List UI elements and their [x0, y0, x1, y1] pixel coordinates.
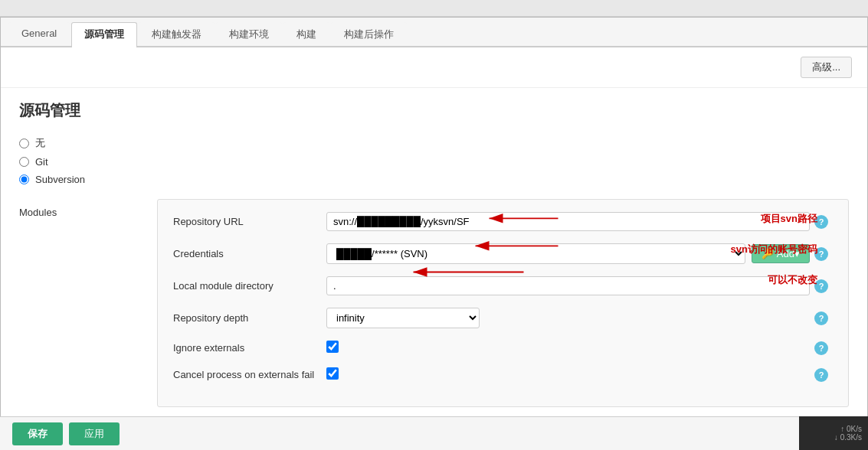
- ignore-externals-help-icon[interactable]: ?: [814, 341, 828, 355]
- credentials-help: ?: [810, 247, 833, 261]
- local-dir-label: Local module directory: [173, 280, 326, 292]
- save-button[interactable]: 保存: [12, 422, 63, 445]
- radio-none-input[interactable]: [19, 139, 29, 148]
- repo-depth-select[interactable]: infinity empty files immediates: [326, 308, 480, 328]
- key-icon: 🔑: [762, 248, 774, 259]
- add-credentials-button[interactable]: 🔑 Add▾: [752, 244, 810, 263]
- repo-depth-help: ?: [810, 311, 833, 325]
- repo-url-input[interactable]: svn://█████████/yyksvn/SF: [326, 212, 810, 231]
- radio-svn-input[interactable]: [19, 174, 29, 184]
- radio-svn-label: Subversion: [35, 174, 85, 185]
- main-content: 高级... 源码管理 无 Git Subversion: [1, 47, 867, 450]
- status-bar: ↑ 0K/s ↓ 0.3K/s: [799, 416, 868, 450]
- radio-git-input[interactable]: [19, 157, 29, 167]
- local-dir-input[interactable]: [326, 276, 810, 295]
- radio-none[interactable]: 无: [19, 136, 849, 150]
- credentials-control: █████/****** (SVN) 🔑 Add▾: [326, 243, 810, 264]
- download-status: ↓ 0.3K/s: [834, 433, 862, 442]
- repo-url-control: svn://█████████/yyksvn/SF: [326, 212, 810, 231]
- ignore-externals-checkbox[interactable]: [326, 341, 339, 353]
- bottom-bar: 保存 应用 ↑ 0K/s ↓ 0.3K/s: [0, 416, 868, 450]
- apply-button[interactable]: 应用: [69, 422, 120, 445]
- cancel-externals-control: [326, 367, 810, 382]
- credentials-help-icon[interactable]: ?: [814, 247, 828, 261]
- form-panel: Repository URL svn://█████████/yyksvn/SF…: [157, 199, 849, 407]
- cancel-externals-help: ?: [810, 368, 833, 382]
- advanced-button[interactable]: 高级...: [801, 57, 852, 78]
- radio-svn[interactable]: Subversion: [19, 174, 849, 185]
- left-panel: Modules: [19, 199, 142, 407]
- tab-general[interactable]: General: [8, 22, 70, 46]
- repo-depth-row: Repository depth infinity empty files im…: [173, 308, 833, 328]
- section-title: 源码管理: [1, 88, 867, 129]
- repo-url-row: Repository URL svn://█████████/yyksvn/SF…: [173, 212, 833, 231]
- repo-depth-label: Repository depth: [173, 312, 326, 324]
- upload-status: ↑ 0K/s: [840, 425, 862, 433]
- advanced-row: 高级...: [1, 47, 867, 88]
- local-dir-help: ?: [810, 279, 833, 293]
- credentials-select[interactable]: █████/****** (SVN): [326, 243, 745, 264]
- tab-trigger[interactable]: 构建触发器: [139, 22, 215, 46]
- radio-group: 无 Git Subversion: [1, 129, 867, 199]
- tab-bar: General 源码管理 构建触发器 构建环境 构建 构建后操作: [1, 18, 867, 47]
- repo-depth-help-icon[interactable]: ?: [814, 311, 828, 325]
- credentials-row: Credentials █████/****** (SVN) 🔑 Add▾: [173, 243, 833, 264]
- cancel-externals-row: Cancel process on externals fail ?: [173, 367, 833, 382]
- tab-build[interactable]: 构建: [283, 22, 329, 46]
- tab-postbuild[interactable]: 构建后操作: [331, 22, 407, 46]
- credentials-label: Credentials: [173, 248, 326, 259]
- radio-none-label: 无: [35, 136, 45, 150]
- cancel-externals-help-icon[interactable]: ?: [814, 368, 828, 382]
- tab-env[interactable]: 构建环境: [216, 22, 282, 46]
- content-panel: Modules Repository URL svn://█████████/y…: [1, 199, 867, 422]
- modules-label: Modules: [19, 207, 57, 218]
- repo-url-help-icon[interactable]: ?: [814, 215, 828, 229]
- cancel-externals-label: Cancel process on externals fail: [173, 369, 326, 380]
- repo-depth-control: infinity empty files immediates: [326, 308, 810, 328]
- top-bar: [0, 0, 868, 17]
- tab-source[interactable]: 源码管理: [71, 22, 137, 47]
- local-dir-help-icon[interactable]: ?: [814, 279, 828, 293]
- ignore-externals-row: Ignore externals ?: [173, 341, 833, 355]
- radio-git-label: Git: [35, 156, 48, 168]
- repo-url-label: Repository URL: [173, 216, 326, 227]
- add-button-label: Add▾: [777, 248, 800, 259]
- local-dir-row: Local module directory ?: [173, 276, 833, 295]
- ignore-externals-label: Ignore externals: [173, 342, 326, 354]
- cancel-externals-checkbox[interactable]: [326, 367, 339, 380]
- local-dir-control: [326, 276, 810, 295]
- ignore-externals-control: [326, 341, 810, 355]
- repo-url-help: ?: [810, 215, 833, 229]
- radio-git[interactable]: Git: [19, 156, 849, 168]
- ignore-externals-help: ?: [810, 341, 833, 355]
